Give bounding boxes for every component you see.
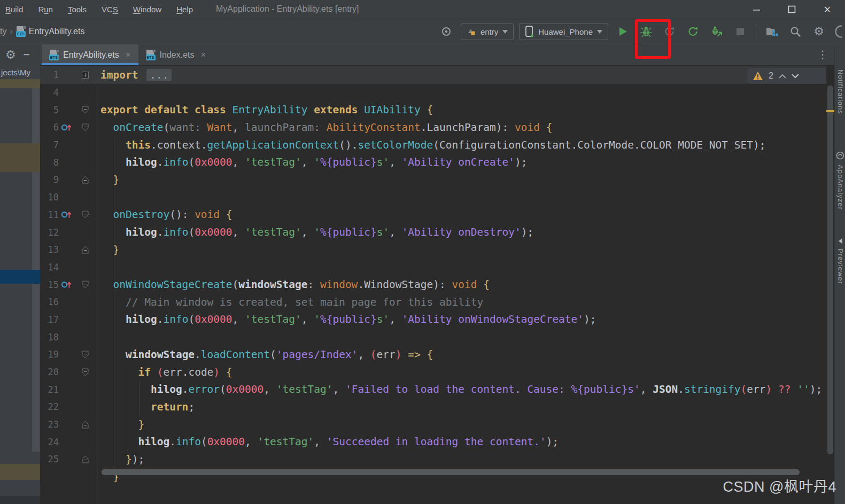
- code-text: onCreate(want: Want, launchParam: Abilit…: [100, 121, 552, 134]
- profile-avatar-button[interactable]: [833, 22, 842, 41]
- ide-window: { "window": { "title": "MyApplication - …: [0, 0, 845, 504]
- panel-hide-icon[interactable]: −: [24, 49, 30, 61]
- fold-start-icon[interactable]: [82, 211, 91, 219]
- rerun-button[interactable]: [684, 22, 702, 41]
- minimize-button[interactable]: [739, 0, 774, 19]
- title-bar: Build Run Tools VCS Window Help MyApplic…: [0, 0, 845, 19]
- avatar-icon: [833, 25, 842, 38]
- fold-plus-icon[interactable]: [82, 72, 91, 79]
- code-text: this.context.getApplicationContext().set…: [100, 139, 766, 151]
- tab-close-icon[interactable]: ×: [201, 50, 206, 60]
- line-number: 23: [40, 419, 59, 430]
- rerun-icon: [687, 26, 699, 37]
- tab-index[interactable]: ETS Index.ets ×: [138, 44, 214, 65]
- code-text: hilog.info(0x0000, 'testTag', 'Succeeded…: [100, 436, 559, 448]
- code-editor[interactable]: 1import ...45export default class EntryA…: [40, 65, 826, 504]
- override-method-icon[interactable]: [60, 210, 75, 219]
- code-line: 6 onCreate(want: Want, launchParam: Abil…: [40, 119, 826, 136]
- project-path-text: jects\My: [1, 68, 30, 77]
- fold-end-icon[interactable]: [82, 421, 91, 429]
- line-number: 17: [40, 314, 59, 325]
- project-row-selected: [0, 270, 40, 284]
- tab-close-icon[interactable]: ×: [126, 50, 131, 60]
- toolwindow-appanalyzer[interactable]: AppAnalyzer: [836, 165, 844, 210]
- warning-stripe-mark[interactable]: [826, 110, 834, 112]
- code-lines: 1import ...45export default class EntryA…: [40, 66, 826, 486]
- inspection-widget[interactable]: 2: [747, 68, 826, 84]
- maximize-icon: [788, 5, 796, 14]
- run-config-select[interactable]: entry: [461, 23, 514, 40]
- kebab-menu-icon[interactable]: ⋮: [817, 48, 828, 61]
- horizontal-scrollbar[interactable]: [102, 469, 800, 475]
- stop-button[interactable]: [731, 22, 749, 41]
- tab-entryability[interactable]: ETS EntryAbility.ets ×: [42, 44, 138, 65]
- code-line: 15 onWindowStageCreate(windowStage: wind…: [40, 276, 826, 293]
- code-line: 17 hilog.info(0x0000, 'testTag', '%{publ…: [40, 311, 826, 329]
- code-text: windowStage.loadContent('pages/Index', (…: [100, 348, 433, 361]
- fold-start-icon[interactable]: [82, 351, 91, 359]
- previewer-arrow-icon[interactable]: [838, 237, 843, 246]
- fold-end-icon[interactable]: [82, 176, 91, 184]
- override-method-icon[interactable]: [60, 280, 75, 289]
- vertical-scrollbar[interactable]: [826, 65, 834, 504]
- scrollbar-thumb[interactable]: [827, 86, 833, 454]
- device-target-button[interactable]: [437, 22, 455, 41]
- run-button[interactable]: [614, 22, 632, 41]
- maximize-button[interactable]: [774, 0, 810, 19]
- close-button[interactable]: ×: [810, 0, 845, 19]
- line-number: 6: [40, 122, 59, 133]
- minimize-icon: [753, 5, 761, 14]
- next-warning-icon[interactable]: [792, 74, 799, 79]
- line-number: 21: [40, 384, 59, 395]
- code-line: 21 hilog.error(0x0000, 'testTag', 'Faile…: [40, 381, 826, 398]
- app-analyzer-icon[interactable]: [836, 151, 844, 162]
- menu-item-vcs[interactable]: VCS: [102, 5, 118, 14]
- fold-start-icon[interactable]: [82, 123, 91, 131]
- panel-gear-icon[interactable]: ⚙: [5, 48, 16, 62]
- annotation-red-box: [635, 19, 671, 59]
- search-everywhere-button[interactable]: [786, 22, 804, 41]
- module-icon: [467, 27, 476, 36]
- line-number: 8: [40, 157, 59, 168]
- menu-item-help[interactable]: Help: [176, 5, 193, 14]
- project-structure-button[interactable]: [763, 22, 781, 41]
- device-select[interactable]: Huawei_Phone: [519, 23, 608, 40]
- fold-end-icon[interactable]: [82, 246, 91, 254]
- breadcrumb-file[interactable]: EntryAbility.ets: [29, 27, 85, 36]
- project-panel[interactable]: jects\My: [0, 65, 40, 504]
- code-text: }: [100, 174, 119, 186]
- right-tool-window-bar: Notifications AppAnalyzer Previewer: [834, 44, 845, 504]
- line-number: 24: [40, 437, 59, 447]
- breadcrumb-parent[interactable]: ty: [0, 27, 6, 36]
- project-panel-scrollbar[interactable]: [32, 80, 40, 452]
- tab-strip: ETS EntryAbility.ets × ETS Index.ets ×: [42, 44, 213, 65]
- line-number: 20: [40, 367, 59, 377]
- settings-button[interactable]: ⚙: [810, 22, 828, 41]
- menu-item-run[interactable]: Run: [38, 5, 53, 14]
- line-number: 18: [40, 332, 59, 343]
- code-text: if (err.code) {: [100, 366, 232, 378]
- fold-start-icon[interactable]: [82, 368, 91, 376]
- project-row-highlight: [0, 143, 40, 172]
- code-text: export default class EntryAbility extend…: [100, 104, 433, 116]
- menu-item-window[interactable]: Window: [133, 5, 161, 14]
- attach-debugger-button[interactable]: [708, 22, 726, 41]
- prev-warning-icon[interactable]: [779, 74, 786, 79]
- fold-end-icon[interactable]: [82, 455, 91, 463]
- code-text: onWindowStageCreate(windowStage: window.…: [100, 278, 490, 291]
- line-number: 1: [40, 69, 59, 80]
- fold-start-icon[interactable]: [82, 281, 91, 289]
- chevron-down-icon: [597, 30, 602, 34]
- project-panel-footer: [0, 496, 40, 504]
- menu-item-tools[interactable]: Tools: [68, 5, 87, 14]
- run-icon: [617, 26, 629, 37]
- code-line: 16 // Main window is created, set main p…: [40, 293, 826, 311]
- toolwindow-notifications[interactable]: Notifications: [836, 69, 844, 114]
- toolbar-separator: [756, 24, 756, 39]
- menu-item-build[interactable]: Build: [5, 5, 23, 14]
- fold-start-icon[interactable]: [82, 106, 91, 114]
- ets-file-icon: ETS: [49, 50, 59, 60]
- toolwindow-previewer[interactable]: Previewer: [836, 249, 844, 284]
- override-method-icon[interactable]: [60, 123, 75, 132]
- code-line: 14: [40, 259, 826, 276]
